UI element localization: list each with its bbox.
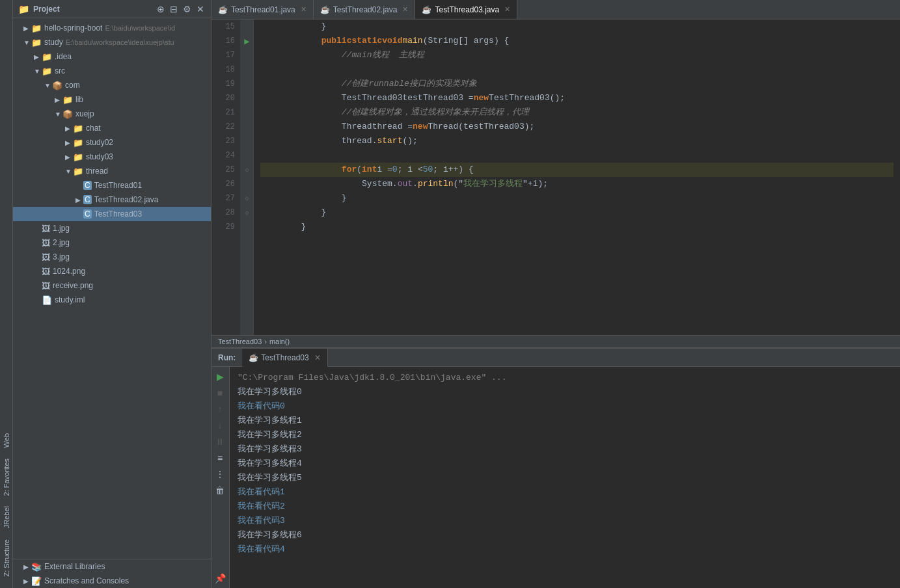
web-label[interactable]: Web <box>1 428 12 453</box>
tree-item-xuejp[interactable]: ▼ 📦 xuejp <box>13 107 211 121</box>
code-line-26: System.out.println("我在学习多线程"+i); <box>260 177 893 191</box>
run-label: Run: <box>211 353 242 362</box>
testthread02-icon: C <box>83 195 92 204</box>
run-toolbar: ▶ ■ ↑ ↓ ⏸ ≡ ⋮ 🗑 📌 <box>211 367 230 588</box>
run-down-btn[interactable]: ↓ <box>213 418 227 433</box>
tree-label-testthread02: TestThread02.java <box>94 195 159 204</box>
close-sidebar-icon[interactable]: ✕ <box>195 3 206 16</box>
output-line-9: 我在看代码2 <box>238 500 892 514</box>
tree-label-testthread03: TestThread03 <box>94 209 142 219</box>
tree-label-src: src <box>55 66 65 75</box>
2jpg-icon: 🖼 <box>42 238 50 248</box>
code-line-27: } <box>260 191 893 206</box>
code-line-23: thread.start(); <box>260 134 893 148</box>
run-tab-testthread03[interactable]: ☕ TestThread03 ✕ <box>242 349 327 367</box>
project-title: Project <box>33 5 60 14</box>
tree-item-lib[interactable]: ▶ 📁 lib <box>13 92 211 107</box>
tab-testthread03-close[interactable]: ✕ <box>504 5 510 14</box>
tree-item-thread[interactable]: ▼ 📁 thread <box>13 164 211 178</box>
breadcrumb-separator: › <box>264 338 267 345</box>
output-line-8: 我在看代码1 <box>238 485 892 500</box>
tree-item-com[interactable]: ▼ 📦 com <box>13 78 211 92</box>
tree-item-testthread01[interactable]: C TestThread01 <box>13 178 211 193</box>
tree-item-1024png[interactable]: 🖼 1024.png <box>13 264 211 278</box>
tree-item-study[interactable]: ▼ 📁 study E:\baidu\workspace\idea\xuejp\… <box>13 35 211 49</box>
tab-testthread02-close[interactable]: ✕ <box>402 5 408 14</box>
code-content[interactable]: } public static void main(String[] args)… <box>254 20 900 335</box>
run-trash-btn[interactable]: 🗑 <box>213 483 227 498</box>
run-tab-close[interactable]: ✕ <box>314 353 321 362</box>
run-pin-btn[interactable]: 📌 <box>213 571 227 585</box>
output-line-4: 我在学习多线程2 <box>238 428 892 442</box>
tab-testthread03[interactable]: ☕ TestThread03.java ✕ <box>415 0 517 20</box>
settings-icon[interactable]: ⚙ <box>182 3 193 16</box>
structure-label[interactable]: Z: Structure <box>1 534 12 581</box>
tree-label-study: study <box>44 38 63 47</box>
tab-testthread02[interactable]: ☕ TestThread02.java ✕ <box>314 0 416 20</box>
code-line-20: TestThread03 testThread03 = new TestThre… <box>260 91 893 105</box>
folder-icon: 📁 <box>31 23 42 33</box>
code-line-25: for (int i = 0; i < 50; i++) { <box>260 163 893 177</box>
tree-item-testthread03[interactable]: C TestThread03 <box>13 207 211 221</box>
scratches-label: Scratches and Consoles <box>44 576 129 585</box>
sidebar-header: 📁 Project ⊕ ⊟ ⚙ ✕ <box>13 0 211 18</box>
tab-testthread01-close[interactable]: ✕ <box>301 5 307 14</box>
external-libraries-item[interactable]: ▶ 📚 External Libraries <box>13 559 211 574</box>
tree-label-lib: lib <box>75 95 83 104</box>
code-area: 15 16 17 18 19 20 21 22 23 24 25 26 27 2… <box>211 20 900 335</box>
tree-label-1jpg: 1.jpg <box>53 224 70 233</box>
tree-item-study02[interactable]: ▶ 📁 study02 <box>13 135 211 150</box>
tree-item-2jpg[interactable]: 🖼 2.jpg <box>13 235 211 250</box>
studyiml-icon: 📄 <box>42 295 52 305</box>
tree-item-3jpg[interactable]: 🖼 3.jpg <box>13 250 211 264</box>
layout-icon[interactable]: ⊟ <box>169 3 179 16</box>
tree-item-receivepng[interactable]: 🖼 receive.png <box>13 278 211 293</box>
sidebar-header-icons: ⊕ ⊟ ⚙ ✕ <box>156 3 206 16</box>
tree-item-1jpg[interactable]: 🖼 1.jpg <box>13 221 211 235</box>
tree-label-1024png: 1024.png <box>53 267 85 276</box>
thread-folder-icon: 📁 <box>73 167 83 176</box>
tab-testthread02-icon: ☕ <box>320 5 330 14</box>
tree-item-study03[interactable]: ▶ 📁 study03 <box>13 150 211 164</box>
run-format-btn[interactable]: ⋮ <box>213 467 227 481</box>
tree-item-studyiml[interactable]: 📄 study.iml <box>13 293 211 307</box>
tree-item-chat[interactable]: ▶ 📁 chat <box>13 121 211 135</box>
receivepng-icon: 🖼 <box>42 281 50 291</box>
run-wrap-btn[interactable]: ≡ <box>213 451 227 465</box>
run-pause-btn[interactable]: ⏸ <box>213 434 227 449</box>
code-line-22: Thread thread = new Thread(testThread03)… <box>260 120 893 134</box>
output-line-7: 我在学习多线程5 <box>238 471 892 485</box>
tab-testthread01-label: TestThread01.java <box>231 5 295 14</box>
code-editor: 15 16 17 18 19 20 21 22 23 24 25 26 27 2… <box>211 20 900 335</box>
favorites-label[interactable]: 2: Favorites <box>1 453 12 501</box>
code-line-15: } <box>260 20 893 34</box>
tree-item-testthread02[interactable]: ▶ C TestThread02.java <box>13 193 211 207</box>
tree-label-thread: thread <box>86 167 108 176</box>
add-icon[interactable]: ⊕ <box>156 3 166 16</box>
run-up-btn[interactable]: ↑ <box>213 402 227 416</box>
tree-item-src[interactable]: ▼ 📁 src <box>13 64 211 78</box>
scratches-consoles-item[interactable]: ▶ 📝 Scratches and Consoles <box>13 574 211 588</box>
code-line-17: //main线程 主线程 <box>260 48 893 62</box>
output-line-3: 我在学习多线程1 <box>238 414 892 428</box>
tree-item-idea[interactable]: ▶ 📁 .idea <box>13 49 211 64</box>
tree-label-xuejp: xuejp <box>75 109 94 118</box>
sidebar: 📁 Project ⊕ ⊟ ⚙ ✕ ▶ 📁 hello-spring-boot … <box>13 0 211 588</box>
run-stop-btn[interactable]: ■ <box>213 386 227 400</box>
run-play-btn[interactable]: ▶ <box>213 369 227 384</box>
left-edge-bar: Web 2: Favorites JRebel Z: Structure <box>0 0 13 588</box>
tree-label-hello-spring-boot: hello-spring-boot <box>44 23 102 33</box>
jrebel-label[interactable]: JRebel <box>1 501 12 533</box>
tab-testthread01[interactable]: ☕ TestThread01.java ✕ <box>211 0 314 20</box>
output-cmd: "C:\Program Files\Java\jdk1.8.0_201\bin\… <box>238 371 892 385</box>
run-panel: Run: ☕ TestThread03 ✕ ▶ ■ ↑ ↓ ⏸ ≡ ⋮ <box>211 347 900 588</box>
study02-folder-icon: 📁 <box>73 138 83 148</box>
output-line-12: 我在看代码4 <box>238 542 892 557</box>
line-gutter: ▶ ◇ ◇ ◇ <box>241 20 254 335</box>
code-line-18 <box>260 62 893 77</box>
output-line-5: 我在学习多线程3 <box>238 442 892 457</box>
tab-bar: ☕ TestThread01.java ✕ ☕ TestThread02.jav… <box>211 0 900 20</box>
testthread03-icon: C <box>83 209 92 219</box>
output-line-2: 我在看代码0 <box>238 399 892 414</box>
tree-item-hello-spring-boot[interactable]: ▶ 📁 hello-spring-boot E:\baidu\workspace… <box>13 21 211 35</box>
